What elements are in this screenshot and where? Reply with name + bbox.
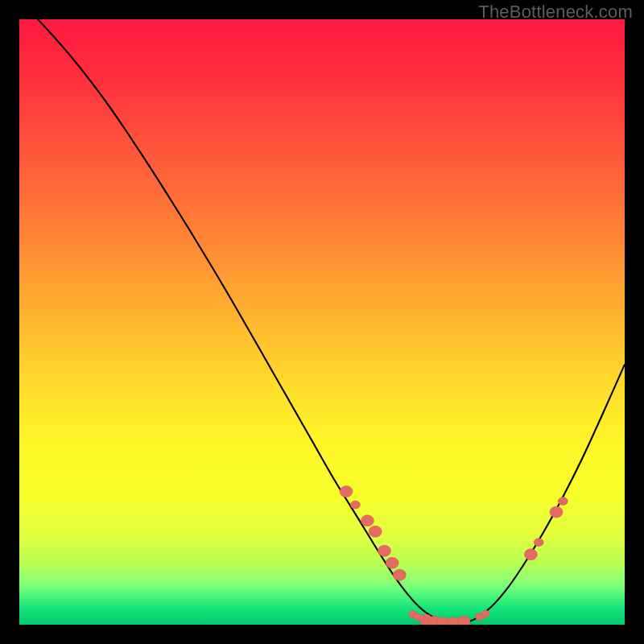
curve-layer xyxy=(19,19,625,625)
marker-dot xyxy=(361,515,374,526)
chart-root: TheBottleneck.com xyxy=(0,0,644,644)
marker-dot xyxy=(524,549,537,560)
marker-dot xyxy=(378,545,391,556)
marker-dot xyxy=(481,610,489,617)
marker-dot xyxy=(350,501,360,509)
bottleneck-curve xyxy=(19,19,625,624)
marker-group xyxy=(340,486,568,625)
marker-dot xyxy=(369,526,382,537)
marker-dot xyxy=(386,557,398,568)
marker-dot xyxy=(558,497,568,506)
marker-dot xyxy=(393,569,406,580)
marker-dot xyxy=(534,539,543,547)
marker-dot xyxy=(340,486,353,497)
marker-dot xyxy=(457,616,470,625)
plot-area xyxy=(19,19,625,625)
marker-dot xyxy=(550,506,563,518)
